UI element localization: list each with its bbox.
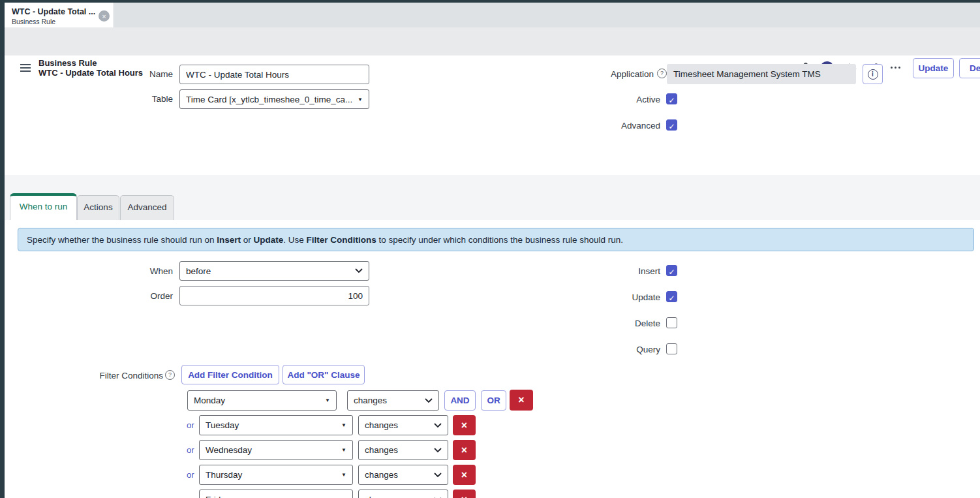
delete-condition-button[interactable]: × [453, 490, 476, 498]
add-or-clause-button[interactable]: Add "OR" Clause [283, 365, 365, 384]
condition-operator-value: changes [365, 495, 398, 498]
chevron-down-icon [434, 423, 442, 428]
order-label: Order [75, 291, 173, 301]
active-label: Active [569, 95, 660, 104]
dropdown-triangle-icon: ▼ [325, 397, 330, 403]
order-input[interactable] [179, 286, 369, 305]
delete-condition-button[interactable]: × [453, 465, 476, 485]
update-checkbox[interactable] [666, 291, 677, 302]
condition-operator-select[interactable]: changes [358, 465, 448, 485]
advanced-checkbox[interactable] [666, 119, 677, 131]
filter-conditions-label: Filter Conditions [72, 371, 163, 381]
x-icon: × [461, 444, 467, 456]
dropdown-triangle-icon: ▼ [341, 472, 346, 478]
frame-left-strip [0, 0, 5, 498]
info-banner: Specify whether the business rule should… [18, 228, 974, 251]
delete-condition-button[interactable]: × [510, 390, 533, 411]
query-label: Query [569, 345, 660, 354]
business-rule-page: WTC - Update Total ... Business Rule × B… [0, 0, 980, 498]
condition-operator-select[interactable]: changes [358, 440, 448, 460]
condition-field-value: Friday [206, 495, 230, 498]
record-tab-strip [5, 3, 980, 27]
delete-condition-button[interactable]: × [453, 415, 476, 435]
chevron-down-icon [355, 268, 363, 273]
condition-operator-value: changes [354, 396, 387, 405]
condition-operator-value: changes [365, 420, 398, 430]
or-prefix-label: or [187, 445, 194, 455]
when-select[interactable]: before [179, 261, 369, 281]
condition-field-value: Wednesday [206, 445, 252, 455]
banner-text: Specify whether the business rule should… [27, 235, 623, 245]
chevron-down-icon [434, 473, 442, 478]
record-tab-title: WTC - Update Total ... [12, 7, 95, 16]
delete-label: Delete [569, 319, 660, 328]
form-header: Business Rule WTC - Update Total Hours ?… [5, 27, 980, 55]
or-prefix-label: or [187, 495, 194, 498]
dropdown-triangle-icon: ▼ [358, 97, 363, 102]
condition-field-select[interactable]: Thursday ▼ [199, 465, 353, 485]
dropdown-triangle-icon: ▼ [341, 447, 346, 453]
info-icon: i [868, 69, 878, 80]
condition-field-value: Tuesday [206, 420, 239, 430]
record-type-title: Business Rule [38, 58, 97, 68]
condition-field-value: Monday [194, 396, 225, 405]
x-icon: × [518, 394, 524, 405]
record-tab-subtitle: Business Rule [12, 18, 55, 25]
tab-actions[interactable]: Actions [77, 195, 119, 220]
delete-checkbox[interactable] [666, 317, 677, 328]
chevron-down-icon [434, 448, 442, 453]
when-label: When [75, 266, 173, 276]
x-icon: × [461, 494, 467, 498]
application-help-icon[interactable]: ? [657, 69, 667, 78]
or-button[interactable]: OR [481, 390, 506, 411]
table-select[interactable]: Time Card [x_ytlcb_timeshee_0_time_ca...… [179, 89, 369, 109]
update-label: Update [569, 292, 660, 302]
query-checkbox[interactable] [666, 343, 677, 354]
table-select-value: Time Card [x_ytlcb_timeshee_0_time_ca... [186, 95, 352, 104]
table-label: Table [75, 94, 173, 104]
application-value: Timesheet Management System TMS [673, 69, 821, 79]
condition-field-select[interactable]: Wednesday ▼ [199, 440, 353, 460]
insert-checkbox[interactable] [666, 265, 677, 276]
delete-condition-button[interactable]: × [453, 440, 476, 460]
insert-label: Insert [569, 266, 660, 276]
or-prefix-label: or [187, 420, 194, 430]
x-icon: × [461, 420, 467, 431]
application-info-button[interactable]: i [863, 64, 883, 84]
chevron-down-icon [425, 398, 433, 403]
or-prefix-label: or [187, 470, 194, 480]
dropdown-triangle-icon: ▼ [341, 422, 346, 428]
tab-advanced[interactable]: Advanced [120, 195, 174, 220]
application-readonly-field: Timesheet Management System TMS [667, 64, 856, 84]
name-label: Name [75, 69, 173, 79]
more-options-icon[interactable] [891, 67, 906, 69]
advanced-label: Advanced [569, 121, 660, 131]
record-tab[interactable]: WTC - Update Total ... Business Rule × [5, 3, 114, 27]
condition-field-value: Thursday [206, 470, 242, 480]
application-label: Application [562, 69, 654, 79]
close-tab-icon[interactable]: × [99, 10, 110, 22]
name-input[interactable] [179, 65, 369, 84]
condition-operator-select[interactable]: changes [358, 490, 448, 498]
update-button[interactable]: Update [913, 58, 954, 78]
delete-button[interactable]: Dele [959, 58, 980, 78]
filter-conditions-help-icon[interactable]: ? [165, 370, 175, 380]
condition-field-select[interactable]: Tuesday ▼ [199, 415, 353, 435]
active-checkbox[interactable] [666, 93, 677, 104]
add-filter-condition-button[interactable]: Add Filter Condition [181, 365, 279, 384]
x-icon: × [461, 469, 467, 480]
condition-field-select[interactable]: Monday ▼ [187, 390, 337, 411]
when-to-run-panel [5, 220, 980, 498]
tab-when-to-run[interactable]: When to run [10, 193, 77, 220]
condition-operator-select[interactable]: changes [358, 415, 448, 435]
condition-operator-value: changes [365, 470, 398, 480]
condition-operator-value: changes [365, 445, 398, 455]
condition-field-select[interactable]: Friday ▼ [199, 490, 353, 498]
condition-operator-select[interactable]: changes [347, 390, 439, 411]
when-select-value: before [186, 266, 211, 276]
and-button[interactable]: AND [444, 390, 476, 411]
context-menu-hamburger-icon[interactable] [20, 64, 31, 72]
